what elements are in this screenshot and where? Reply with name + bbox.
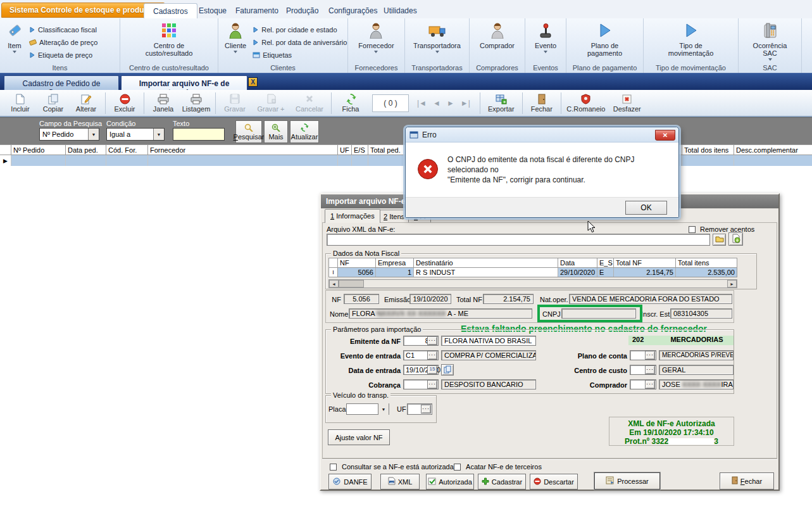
- campo-pesquisa-label: Campo da Pesquisa: [39, 120, 102, 127]
- plano-conta-lookup-button[interactable]: ···: [645, 351, 655, 360]
- centro-custo-button[interactable]: Centro de custo/resultado: [131, 21, 207, 58]
- grid-header[interactable]: Fornecedor: [148, 145, 338, 155]
- autorizada-button[interactable]: Autorizada: [426, 474, 474, 490]
- ocorrencia-sac-button[interactable]: Ocorrência SAC: [742, 21, 797, 62]
- copiar-button[interactable]: Copiar: [37, 91, 70, 116]
- arrow-bullet-icon: [253, 39, 259, 46]
- grid-header[interactable]: Cód. For.: [106, 145, 148, 155]
- comprador-lookup-button[interactable]: ···: [645, 380, 655, 389]
- nf-table-row[interactable]: I 5056 1 R S INDUST 29/10/2020 E 2.154,7…: [328, 268, 737, 277]
- consultar-checkbox[interactable]: Consultar se a NF-e está autorizada: [330, 463, 454, 471]
- chevron-down-icon[interactable]: ▼: [153, 129, 164, 140]
- nf-cell: 2.154,75: [614, 268, 676, 277]
- listagem-button[interactable]: Listagem: [180, 91, 213, 116]
- ok-button[interactable]: OK: [625, 201, 667, 215]
- nf-table-hscrollbar[interactable]: ◄ ►: [328, 279, 737, 288]
- menu-classificacao-fiscal[interactable]: Classificacao fiscal: [29, 23, 97, 36]
- emitente-lookup-button[interactable]: ···: [427, 336, 437, 345]
- janela-button[interactable]: Janela: [147, 91, 180, 116]
- incluir-button[interactable]: Incluir: [4, 91, 37, 116]
- placa-select[interactable]: ▼: [346, 403, 389, 415]
- danfe-button[interactable]: DANFE: [328, 474, 372, 490]
- mais-button[interactable]: Mais: [264, 120, 288, 143]
- tipo-movimentacao-button[interactable]: Tipo de movimentação: [656, 21, 726, 58]
- c-romaneio-button[interactable]: C.Romaneio: [564, 91, 608, 116]
- exportar-button[interactable]: Exportar: [483, 91, 520, 116]
- evento-button[interactable]: Evento: [532, 21, 559, 54]
- grid-header[interactable]: Data ped.: [66, 145, 106, 155]
- cancel-x-icon: [304, 93, 315, 104]
- cliente-button[interactable]: Cliente: [222, 21, 249, 54]
- fornecedor-button[interactable]: Fornecedor: [356, 21, 396, 54]
- cobranca-lookup-button[interactable]: ···: [427, 380, 437, 389]
- import-xml-button[interactable]: [728, 232, 743, 246]
- menu-rel-cidade-estado[interactable]: Rel. por cidade e estado: [253, 23, 347, 36]
- nf-cell: 5056: [338, 268, 376, 277]
- truck-icon: [428, 22, 447, 40]
- menu-alteracao-preco[interactable]: Alteração de preço: [29, 36, 97, 49]
- scrollbar-thumb[interactable]: [339, 280, 364, 288]
- cadastrar-button[interactable]: Cadastrar: [478, 474, 526, 490]
- cancelar-button: Cancelar: [290, 91, 328, 116]
- doctab-pedido-compra[interactable]: Cadastro de Pedido de Compra: [4, 75, 119, 91]
- centro-custo-lookup-button[interactable]: ···: [645, 365, 655, 374]
- ribbon-tab-utilidades[interactable]: Utilidades: [375, 3, 426, 18]
- doctab-close-button[interactable]: X: [248, 77, 258, 87]
- error-dialog-title: Erro: [422, 130, 437, 139]
- shield-red-icon: [581, 93, 590, 104]
- emitente-label: Emitente da NF: [332, 338, 401, 345]
- descartar-button[interactable]: Descartar: [530, 474, 578, 490]
- nf-table-header: NF Empresa Destinatário Data E_S Total N…: [328, 258, 737, 268]
- chevron-down-icon: [234, 51, 237, 53]
- ribbon-tab-cadastros[interactable]: Cadastros: [144, 3, 197, 18]
- fechar-button[interactable]: Fechar: [525, 91, 558, 116]
- menu-etiqueta-preco[interactable]: Etiqueta de preço: [29, 49, 97, 61]
- doctab-importar-nfe[interactable]: Importar arquivo NF-e de terceiros: [121, 75, 247, 91]
- chevron-down-icon[interactable]: ▼: [88, 129, 99, 140]
- nf-col-header: Total itens: [676, 258, 737, 267]
- menu-rel-aniversario[interactable]: Rel. por data de aniversário: [253, 36, 347, 49]
- processar-button[interactable]: Processar: [594, 472, 660, 490]
- campo-pesquisa-select[interactable]: Nº Pedido ▼: [39, 128, 99, 141]
- screen: { "app_title": "Sistema Controle de esto…: [0, 0, 812, 506]
- transportadora-button[interactable]: Transportadora: [411, 21, 463, 54]
- nf-cell-destinatario[interactable]: R S INDUST: [414, 268, 558, 277]
- grid-header[interactable]: E/S: [352, 145, 368, 155]
- evento-lookup-button[interactable]: ···: [427, 351, 437, 360]
- atualizar-button[interactable]: Atualizar: [290, 120, 319, 143]
- desfazer-button[interactable]: Desfazer: [608, 91, 646, 116]
- scroll-right-icon[interactable]: ►: [727, 280, 737, 288]
- xml-file-icon: xml: [388, 477, 396, 486]
- calendar-icon[interactable]: 15: [427, 365, 437, 374]
- texto-input[interactable]: [173, 128, 225, 141]
- xml-button[interactable]: xml XML: [380, 474, 420, 490]
- uf-lookup-button[interactable]: ···: [421, 405, 431, 414]
- pesquisar-button[interactable]: Pesquisar: [235, 120, 262, 143]
- acatar-checkbox[interactable]: Acatar NF-e de terceiros: [454, 463, 542, 471]
- condicao-select[interactable]: Igual a ▼: [106, 128, 165, 141]
- remover-acentos-checkbox[interactable]: Remover acentos: [689, 225, 754, 233]
- browse-folder-button[interactable]: [713, 234, 726, 246]
- excluir-button[interactable]: Excluir: [108, 91, 141, 116]
- ajuste-valor-button[interactable]: Ajuste valor NF: [328, 429, 390, 445]
- scroll-left-icon[interactable]: ◄: [329, 280, 339, 288]
- copy-date-button[interactable]: [441, 364, 454, 376]
- alterar-button[interactable]: Alterar: [70, 91, 103, 116]
- grid-header[interactable]: Total dos itens: [682, 145, 734, 155]
- ficha-button[interactable]: Ficha: [334, 91, 367, 116]
- plano-pagamento-button[interactable]: Plano de pagamento: [577, 21, 634, 58]
- comprador-button[interactable]: Comprador: [477, 21, 517, 51]
- nome-label: Nome: [330, 310, 348, 318]
- grid-header[interactable]: UF: [338, 145, 352, 155]
- menu-etiquetas[interactable]: Etiquetas: [253, 49, 347, 61]
- item-button[interactable]: Item: [4, 21, 25, 54]
- grid-header[interactable]: Desc.complementar: [734, 145, 812, 155]
- chevron-down-icon[interactable]: ▼: [378, 403, 389, 415]
- arquivo-xml-input[interactable]: [327, 234, 710, 246]
- error-close-button[interactable]: ✕: [655, 130, 675, 141]
- undo-x-icon: [622, 93, 632, 104]
- grid-header[interactable]: Nº Pedido: [11, 145, 66, 155]
- dialog-fechar-button[interactable]: Fechar: [720, 472, 774, 490]
- error-dialog-titlebar[interactable]: Erro ✕: [406, 127, 678, 142]
- tab-informacoes[interactable]: 1 Informações: [325, 209, 380, 223]
